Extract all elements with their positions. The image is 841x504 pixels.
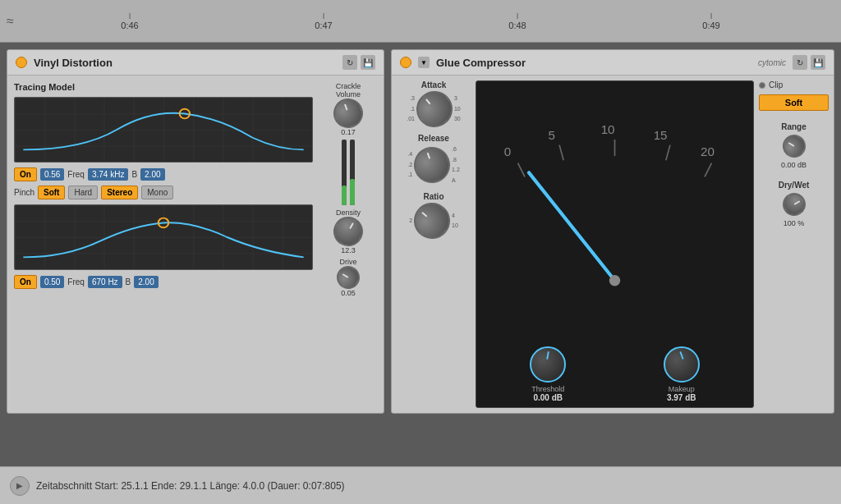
glue-refresh-button[interactable]: ↻ [793,55,807,70]
level-bar-left [342,186,347,205]
gr-meter-display: 0 5 10 15 20 [476,81,753,341]
density-knob[interactable] [328,211,368,251]
range-value: 0.00 dB [781,161,807,169]
crackle-group: Crackle Volume 0.17 [333,82,363,136]
glue-header-icons: ↻ 💾 [793,55,825,70]
makeup-label: Makeup [669,385,695,393]
band2-b-label: B [126,277,131,286]
band1-curve-display[interactable] [14,97,313,163]
band2-curve-display[interactable] [14,204,313,270]
band1-freq-label: Freq [67,170,85,179]
glue-power-button[interactable] [400,57,411,68]
glue-dropdown-button[interactable]: ▼ [418,57,430,68]
clip-soft-row: Clip [759,80,829,89]
band2-freq-hz[interactable]: 670 Hz [88,276,122,288]
density-group: Density 12.3 [333,208,363,254]
pinch-soft-button[interactable]: Soft [38,186,65,199]
density-value: 12.3 [341,246,356,254]
timeline-mark-3[interactable]: 0:48 [508,11,526,30]
band1-b-val[interactable]: 2.00 [140,168,164,181]
vinyl-header-icons: ↻ 💾 [342,55,375,70]
range-label: Range [781,122,807,131]
drive-value: 0.05 [341,289,356,297]
ratio-mark-4: 4 [452,211,458,222]
release-mark-A: A [452,176,460,186]
tracing-model-label: Tracing Model [14,82,313,92]
band2-freq-val[interactable]: 0.50 [40,276,64,288]
vinyl-right: Crackle Volume 0.17 Density [319,82,377,297]
threshold-value: 0.00 dB [533,393,563,402]
pinch-stereo-button[interactable]: Stereo [101,186,138,199]
timeline: ≈ 0:46 0:47 0:48 0:49 [0,0,841,43]
attack-mark-3: 3 [454,94,461,104]
band2-on-button[interactable]: On [14,275,37,289]
crackle-knob[interactable] [329,94,367,132]
glue-right-controls: Clip Soft Range 0.00 dB Dry/Wet 100 % [759,80,829,408]
vinyl-power-button[interactable] [16,57,27,68]
ratio-knob[interactable] [407,195,457,246]
band1-b-label: B [131,170,137,179]
band2-b-val[interactable]: 2.00 [134,276,158,288]
ratio-label: Ratio [424,192,444,201]
cytomic-label: cytomic [758,58,786,67]
vinyl-save-button[interactable]: 💾 [361,55,375,70]
threshold-makeup-row: Threshold 0.00 dB Makeup 3.97 dB [476,341,753,407]
svg-text:10: 10 [601,122,615,136]
crackle-volume-label: Crackle Volume [336,82,361,99]
ratio-mark-2: 2 [409,216,412,227]
band1-freq-hz[interactable]: 3.74 kHz [88,168,128,181]
soft-button[interactable]: Soft [759,94,829,111]
release-knob[interactable] [409,142,455,188]
density-label: Density [336,208,361,217]
vinyl-header: Vinyl Distortion ↻ 💾 [7,50,384,76]
pinch-mono-button[interactable]: Mono [141,186,173,199]
timeline-mark-1[interactable]: 0:46 [121,11,138,30]
play-button[interactable]: ▶ [10,476,30,496]
svg-text:15: 15 [654,128,668,142]
clip-label: Clip [769,80,783,89]
band1-on-button[interactable]: On [14,167,37,181]
release-label: Release [418,134,449,143]
glue-header: ▼ Glue Compressor cytomic ↻ 💾 [392,50,834,76]
attack-mark-.1: .1 [407,104,415,115]
glue-content: Attack .3 .1 .01 3 10 30 [392,76,834,413]
release-mark-.1: .1 [407,170,412,181]
release-mark-.6: .6 [452,144,460,155]
release-mark-.4: .4 [407,149,412,160]
makeup-knob[interactable] [664,346,700,383]
glue-left-controls: Attack .3 .1 .01 3 10 30 [397,80,471,408]
pinch-hard-button[interactable]: Hard [68,186,98,199]
vinyl-content: Tracing Model [7,76,384,304]
drive-knob[interactable] [333,262,364,293]
release-mark-.2: .2 [407,160,412,171]
glue-meter: 0 5 10 15 20 [476,80,754,408]
vinyl-refresh-button[interactable]: ↻ [342,55,357,70]
threshold-group: Threshold 0.00 dB [530,346,566,402]
timeline-mark-4[interactable]: 0:49 [702,11,719,30]
drywet-knob[interactable] [778,189,809,220]
drywet-value: 100 % [784,219,805,227]
drywet-group: Dry/Wet 100 % [759,181,829,227]
svg-text:0: 0 [504,144,511,158]
attack-mark-10: 10 [454,104,461,115]
svg-point-16 [609,275,620,286]
threshold-knob[interactable] [530,346,566,383]
clip-indicator [759,82,765,89]
attack-knob[interactable] [409,84,460,135]
makeup-group: Makeup 3.97 dB [664,346,700,402]
timeline-mark-2[interactable]: 0:47 [315,11,332,30]
band2-controls: On 0.50 Freq 670 Hz B 2.00 [14,275,313,289]
glue-save-button[interactable]: 💾 [811,55,825,70]
drive-group: Drive 0.05 [337,258,360,297]
release-mark-1.2: 1.2 [452,165,460,176]
pinch-label: Pinch [14,188,34,197]
ratio-mark-10: 10 [452,221,458,231]
vinyl-title: Vinyl Distortion [34,57,336,69]
attack-mark-.01: .01 [407,114,415,125]
level-meter-right [350,140,355,205]
drive-label: Drive [339,258,356,266]
level-meter-left [342,140,347,205]
level-bar-right [350,179,355,205]
range-knob[interactable] [778,131,809,162]
band1-freq-val[interactable]: 0.56 [40,168,64,181]
